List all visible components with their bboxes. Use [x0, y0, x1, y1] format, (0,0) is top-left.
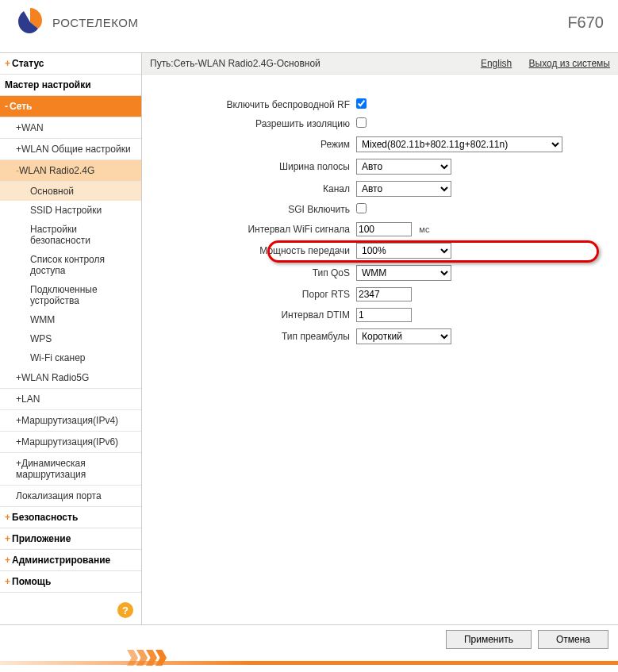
label-sgi: SGI Включить [158, 204, 356, 215]
input-rts-threshold[interactable] [356, 287, 412, 301]
nav-wizard[interactable]: Мастер настройки [0, 75, 141, 96]
label-isolation: Разрешить изоляцию [158, 118, 356, 129]
chevron-decoration [127, 650, 165, 666]
input-dtim-interval[interactable] [356, 308, 412, 322]
nav-wlan24-security[interactable]: Настройки безопасности [0, 220, 141, 250]
nav-wlan24-scanner[interactable]: Wi-Fi сканер [0, 348, 141, 367]
footer-bar: Применить Отмена [0, 625, 618, 665]
checkbox-isolation[interactable] [356, 117, 367, 128]
settings-form: Включить беспроводной RF Разрешить изоля… [142, 75, 618, 367]
cancel-button[interactable]: Отмена [538, 630, 608, 649]
rostelecom-logo-icon [14, 6, 46, 38]
brand-logo: РОСТЕЛЕКОМ [14, 6, 138, 38]
label-channel: Канал [158, 183, 356, 194]
select-mode[interactable]: Mixed(802.11b+802.11g+802.11n) [356, 136, 562, 152]
nav-wlan24-wps[interactable]: WPS [0, 329, 141, 348]
nav-security[interactable]: +Безопасность [0, 507, 141, 528]
label-enable-rf: Включить беспроводной RF [158, 99, 356, 110]
help-icon[interactable]: ? [117, 602, 133, 618]
app-header: РОСТЕЛЕКОМ F670 [0, 0, 618, 53]
label-qos: Тип QoS [158, 267, 356, 278]
nav-network[interactable]: -Сеть [0, 96, 141, 117]
nav-wlan24-wmm[interactable]: WMM [0, 310, 141, 329]
nav-wlan-common[interactable]: +WLAN Общие настройки [0, 139, 141, 160]
copyright-text: ©2008-2017 Корпорация ZTE. Все права защ… [0, 665, 618, 672]
label-rts: Порог RTS [158, 289, 356, 300]
nav-lan[interactable]: +LAN [0, 389, 141, 410]
lang-english-link[interactable]: English [481, 58, 512, 69]
nav-wlan24-acl[interactable]: Список контроля доступа [0, 250, 141, 280]
nav-port-localization[interactable]: Локализация порта [0, 486, 141, 507]
select-qos-type[interactable]: WMM [356, 265, 451, 281]
logout-link[interactable]: Выход из системы [529, 58, 610, 69]
select-channel[interactable]: Авто [356, 181, 451, 197]
nav-wlan-24g[interactable]: -WLAN Radio2.4G [0, 160, 141, 182]
select-preamble-type[interactable]: Короткий [356, 328, 451, 344]
input-beacon-interval[interactable] [356, 222, 412, 236]
checkbox-sgi[interactable] [356, 203, 367, 213]
sidebar-nav: +Статус Мастер настройки -Сеть +WAN +WLA… [0, 53, 142, 624]
nav-admin[interactable]: +Администрирование [0, 550, 141, 571]
unit-beacon: мс [419, 225, 429, 234]
checkbox-enable-rf[interactable] [356, 98, 367, 109]
select-tx-power[interactable]: 100% [356, 243, 451, 259]
device-model: F670 [567, 13, 604, 32]
nav-routing-ipv6[interactable]: +Маршрутизация(IPv6) [0, 432, 141, 453]
label-preamble: Тип преамбулы [158, 331, 356, 342]
label-txpower: Мощность передачи [158, 245, 356, 256]
nav-status[interactable]: +Статус [0, 53, 141, 75]
nav-wan[interactable]: +WAN [0, 117, 141, 139]
label-dtim: Интервал DTIM [158, 309, 356, 321]
nav-help[interactable]: +Помощь [0, 571, 141, 593]
nav-application[interactable]: +Приложение [0, 528, 141, 550]
label-mode: Режим [158, 139, 356, 150]
select-bandwidth[interactable]: Авто [356, 159, 451, 175]
nav-wlan24-ssid[interactable]: SSID Настройки [0, 201, 141, 220]
nav-wlan24-main[interactable]: Основной [0, 182, 141, 201]
nav-dynamic-routing[interactable]: +Динамическая маршрутизация [0, 453, 141, 486]
main-panel: Путь:Сеть-WLAN Radio2.4G-Основной Englis… [142, 53, 618, 624]
label-beacon: Интервал WiFi сигнала [158, 224, 356, 235]
breadcrumb-bar: Путь:Сеть-WLAN Radio2.4G-Основной Englis… [142, 53, 618, 75]
nav-wlan-5g[interactable]: +WLAN Radio5G [0, 367, 141, 389]
nav-routing-ipv4[interactable]: +Маршрутизация(IPv4) [0, 410, 141, 432]
brand-name: РОСТЕЛЕКОМ [52, 16, 138, 29]
apply-button[interactable]: Применить [446, 630, 532, 649]
label-bandwidth: Ширина полосы [158, 161, 356, 172]
nav-wlan24-devices[interactable]: Подключенные устройства [0, 280, 141, 310]
breadcrumb-path: Путь:Сеть-WLAN Radio2.4G-Основной [150, 58, 321, 69]
